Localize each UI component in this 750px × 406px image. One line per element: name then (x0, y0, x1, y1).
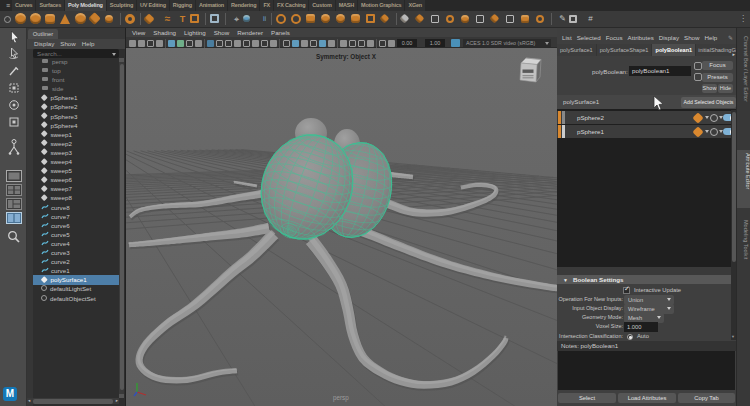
svg-text:Symmetry: Object X: Symmetry: Object X (316, 53, 377, 61)
svg-text:persp: persp (333, 394, 349, 402)
